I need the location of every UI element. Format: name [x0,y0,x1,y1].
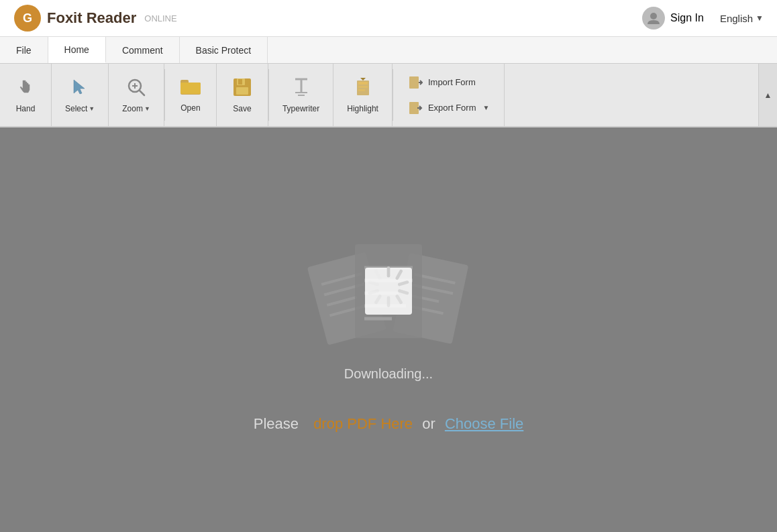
tab-basic-protect[interactable]: Basic Protect [180,37,268,63]
typewriter-label: Typewriter [282,104,319,113]
toolbar: Hand Select ▼ [0,64,777,127]
tab-comment[interactable]: Comment [106,37,180,63]
export-form-icon [408,101,423,115]
svg-rect-12 [236,87,248,95]
sign-in-button[interactable]: Sign In [642,7,704,30]
svg-text:G: G [23,11,32,25]
import-form-button[interactable]: Import Form [404,72,493,93]
highlight-label: Highlight [347,104,378,113]
chevron-down-icon: ▼ [756,13,764,23]
zoom-tool[interactable]: Zoom ▼ [114,72,158,117]
save-tool[interactable]: Save [222,72,262,117]
drop-pdf-link[interactable]: drop PDF Here [313,415,413,432]
svg-rect-13 [238,79,242,85]
language-selector[interactable]: English ▼ [720,13,764,24]
tab-bar: File Home Comment Basic Protect [0,37,777,64]
typewriter-tool[interactable]: Typewriter [274,72,327,117]
form-buttons-group: Import Form Export Form ▼ [393,64,505,126]
svg-line-48 [397,296,401,302]
save-icon [231,76,253,101]
svg-line-47 [399,290,407,293]
header-right: Sign In English ▼ [642,7,764,30]
toolbar-scroll-up-button[interactable]: ▲ [758,64,777,126]
downloading-text: Downloading... [344,366,433,382]
svg-rect-9 [180,83,201,94]
avatar-icon [642,7,665,30]
svg-line-46 [399,282,407,284]
logo-suffix-text: ONLINE [144,13,176,23]
open-label: Open [180,103,200,113]
save-label: Save [233,104,251,113]
typewriter-icon [290,76,313,101]
svg-rect-19 [358,82,368,85]
svg-rect-23 [409,76,419,89]
tab-file[interactable]: File [0,37,48,63]
foxit-logo-icon: G [13,4,42,32]
select-icon [69,76,91,101]
svg-marker-22 [360,78,366,81]
svg-line-45 [397,271,401,278]
select-dropdown-arrow: ▼ [89,105,95,112]
highlight-icon [352,76,374,101]
select-label-row: Select ▼ [65,104,95,113]
loading-spinner [365,263,412,310]
app-header: G Foxit Reader ONLINE Sign In English ▼ [0,0,777,37]
export-form-label: Export Form [428,103,476,113]
logo-area: G Foxit Reader ONLINE [13,4,177,32]
main-content-area: Downloading... Please drop PDF Here or C… [0,127,777,529]
highlight-tool-group: Highlight [333,64,393,126]
svg-rect-25 [409,102,419,114]
import-form-label: Import Form [428,77,476,87]
svg-line-53 [376,271,380,278]
drop-text-middle: or [422,415,435,432]
zoom-label-row: Zoom ▼ [122,104,150,113]
svg-line-4 [140,91,144,95]
choose-file-link[interactable]: Choose File [445,415,523,432]
highlight-tool[interactable]: Highlight [339,72,386,117]
import-form-icon [408,75,423,90]
open-tool[interactable]: Open [170,73,211,117]
spinner-wrapper [365,263,412,313]
hand-tool[interactable]: Hand [5,72,46,117]
logo-main-text: Foxit Reader [47,9,136,27]
zoom-dropdown-arrow: ▼ [144,105,150,112]
svg-line-50 [376,296,380,302]
zoom-icon [125,76,147,101]
select-label: Select [65,104,87,113]
export-form-button[interactable]: Export Form ▼ [404,98,493,118]
hand-tool-group: Hand [0,64,52,126]
hand-label: Hand [16,104,36,113]
typewriter-tool-group: Typewriter [269,64,333,126]
open-tool-group: Open [165,64,217,126]
svg-line-51 [370,290,378,293]
svg-point-2 [650,13,657,19]
document-icons-wrapper [295,224,482,358]
select-tool-group: Select ▼ [52,64,109,126]
drop-zone-area: Please drop PDF Here or Choose File [254,415,524,433]
svg-rect-21 [358,89,365,91]
export-form-dropdown-arrow: ▼ [482,104,489,111]
sign-in-label: Sign In [670,12,704,24]
hand-icon [15,76,36,101]
zoom-tool-group: Zoom ▼ [109,64,164,126]
svg-line-52 [370,282,378,284]
zoom-label: Zoom [122,104,143,113]
tab-home[interactable]: Home [48,37,106,63]
scroll-up-icon: ▲ [764,91,772,100]
svg-rect-20 [358,86,368,88]
open-icon [179,77,202,101]
loading-area: Downloading... [295,224,482,382]
drop-text-before: Please [254,415,299,432]
language-label: English [720,13,753,24]
save-tool-group: Save [217,64,268,126]
select-tool[interactable]: Select ▼ [57,72,103,117]
